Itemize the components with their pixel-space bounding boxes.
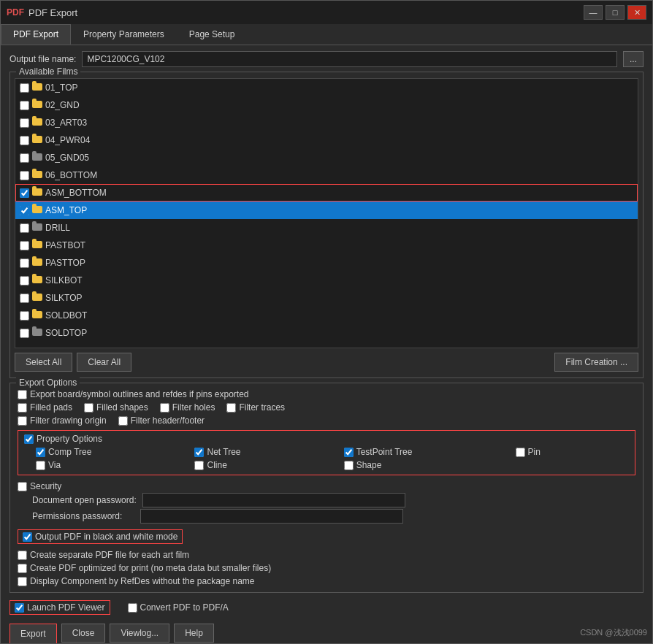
export-button[interactable]: Export bbox=[10, 624, 56, 643]
film-checkbox[interactable] bbox=[20, 171, 29, 180]
tab-page-setup[interactable]: Page Setup bbox=[177, 24, 248, 45]
close-button[interactable]: ✕ bbox=[627, 5, 646, 20]
filter-header-footer-label: Filter header/footer bbox=[131, 415, 205, 426]
film-checkbox[interactable] bbox=[20, 294, 29, 303]
film-checkbox[interactable] bbox=[20, 188, 29, 198]
property-options-checkbox[interactable] bbox=[24, 434, 34, 444]
filter-traces-checkbox[interactable] bbox=[226, 403, 236, 413]
export-btn-box: Export bbox=[9, 624, 57, 643]
tab-property-parameters[interactable]: Property Parameters bbox=[71, 24, 177, 45]
bw-mode-checkbox[interactable] bbox=[23, 532, 32, 542]
shape-checkbox[interactable] bbox=[344, 461, 354, 470]
film-checkbox[interactable] bbox=[20, 118, 29, 128]
film-item[interactable]: PASTBOT bbox=[15, 237, 638, 254]
film-checkbox[interactable] bbox=[20, 153, 29, 163]
filled-shapes-checkbox[interactable] bbox=[84, 403, 93, 413]
cline-checkbox[interactable] bbox=[194, 461, 204, 470]
film-item[interactable]: SOLDTOP bbox=[15, 324, 638, 342]
security-section: Security Document open password: Permiss… bbox=[18, 481, 635, 524]
film-item[interactable]: 06_BOTTOM bbox=[15, 166, 638, 184]
bottom-options: Create separate PDF file for each art fi… bbox=[18, 550, 635, 586]
maximize-button[interactable]: □ bbox=[606, 5, 625, 20]
film-name: 03_ART03 bbox=[45, 118, 87, 128]
comp-tree-checkbox[interactable] bbox=[36, 448, 45, 457]
filled-pads-checkbox[interactable] bbox=[18, 403, 27, 413]
film-checkbox[interactable] bbox=[20, 311, 29, 321]
films-list[interactable]: 01_TOP02_GND03_ART0304_PWR0405_GND0506_B… bbox=[15, 78, 638, 348]
app-icon: PDF bbox=[7, 7, 24, 18]
film-checkbox[interactable] bbox=[20, 276, 29, 285]
folder-icon bbox=[32, 223, 42, 233]
export-board-item: Export board/symbol outlines and refdes … bbox=[18, 389, 249, 399]
film-name: ASM_BOTTOM bbox=[45, 188, 107, 198]
film-checkbox[interactable] bbox=[20, 83, 29, 93]
minimize-button[interactable]: — bbox=[584, 5, 603, 20]
film-checkbox[interactable] bbox=[20, 136, 29, 145]
output-label: Output file name: bbox=[9, 54, 76, 64]
film-item[interactable]: PASTTOP bbox=[15, 254, 638, 272]
films-buttons: Select All Clear All Film Creation ... bbox=[15, 353, 638, 372]
film-item[interactable]: ASM_BOTTOM bbox=[15, 184, 638, 202]
film-name: SOLDBOT bbox=[45, 310, 87, 321]
net-tree-checkbox[interactable] bbox=[194, 448, 204, 457]
tab-pdf-export[interactable]: PDF Export bbox=[1, 24, 71, 45]
folder-icon bbox=[32, 275, 42, 285]
film-item[interactable]: 05_GND05 bbox=[15, 149, 638, 166]
convert-pdf-checkbox[interactable] bbox=[128, 603, 137, 613]
film-item[interactable]: 04_PWR04 bbox=[15, 131, 638, 149]
export-board-checkbox[interactable] bbox=[18, 390, 27, 399]
testpoint-tree-checkbox[interactable] bbox=[344, 448, 354, 457]
film-checkbox[interactable] bbox=[20, 329, 29, 338]
shape-label: Shape bbox=[356, 460, 382, 470]
watermark: CSDN @浅浅0099 bbox=[580, 627, 647, 638]
export-board-label: Export board/symbol outlines and refdes … bbox=[30, 389, 249, 399]
doc-password-input[interactable] bbox=[142, 493, 405, 507]
clear-all-button[interactable]: Clear All bbox=[77, 353, 131, 372]
display-component-checkbox[interactable] bbox=[18, 577, 27, 586]
film-checkbox[interactable] bbox=[20, 223, 29, 233]
film-item[interactable]: 01_TOP bbox=[15, 79, 638, 96]
optimized-pdf-checkbox[interactable] bbox=[18, 564, 27, 573]
help-button[interactable]: Help bbox=[174, 624, 214, 643]
film-checkbox[interactable] bbox=[20, 101, 29, 110]
film-item[interactable]: 03_ART03 bbox=[15, 114, 638, 131]
film-item[interactable]: SILKBOT bbox=[15, 272, 638, 289]
title-bar: PDF PDF Export — □ ✕ bbox=[1, 1, 652, 24]
browse-button[interactable]: ... bbox=[623, 51, 644, 67]
comp-tree-item: Comp Tree bbox=[36, 447, 180, 457]
perm-password-input[interactable] bbox=[140, 509, 403, 524]
film-creation-button[interactable]: Film Creation ... bbox=[554, 353, 638, 372]
convert-pdf-item: Convert PDF to PDF/A bbox=[128, 602, 229, 613]
film-item[interactable]: DRILL bbox=[15, 219, 638, 237]
film-item[interactable]: 02_GND bbox=[15, 96, 638, 114]
property-options-label: Property Options bbox=[37, 434, 102, 444]
net-tree-item: Net Tree bbox=[194, 447, 329, 457]
film-checkbox[interactable] bbox=[20, 258, 29, 268]
filter-drawing-origin-checkbox[interactable] bbox=[18, 416, 27, 426]
pin-checkbox[interactable] bbox=[516, 448, 525, 457]
filled-pads-item: Filled pads bbox=[18, 402, 72, 413]
filter-holes-checkbox[interactable] bbox=[160, 403, 169, 413]
security-checkbox[interactable] bbox=[18, 482, 27, 491]
output-row: Output file name: ... bbox=[9, 51, 644, 67]
film-checkbox[interactable] bbox=[20, 206, 29, 215]
bw-mode-row: Output PDF in black and white mode bbox=[18, 529, 635, 544]
output-filename-input[interactable] bbox=[82, 51, 617, 67]
close-button-bottom[interactable]: Close bbox=[61, 624, 106, 643]
separate-pdf-checkbox[interactable] bbox=[18, 551, 27, 560]
bottom-buttons: Export Close Viewlog... Help bbox=[9, 624, 644, 643]
select-all-button[interactable]: Select All bbox=[15, 353, 72, 372]
security-label: Security bbox=[30, 481, 61, 491]
separate-pdf-item: Create separate PDF file for each art fi… bbox=[18, 550, 635, 560]
option-row-2: Filled pads Filled shapes Filter holes F… bbox=[18, 402, 635, 413]
film-checkbox[interactable] bbox=[20, 241, 29, 250]
via-label: Via bbox=[48, 460, 61, 470]
viewlog-button[interactable]: Viewlog... bbox=[110, 624, 169, 643]
doc-password-row: Document open password: bbox=[18, 493, 635, 507]
film-item[interactable]: SILKTOP bbox=[15, 289, 638, 307]
launch-pdf-checkbox[interactable] bbox=[15, 603, 24, 613]
film-item[interactable]: SOLDBOT bbox=[15, 307, 638, 324]
filter-header-footer-checkbox[interactable] bbox=[118, 416, 128, 426]
film-item[interactable]: ASM_TOP bbox=[15, 202, 638, 219]
via-checkbox[interactable] bbox=[36, 461, 45, 470]
